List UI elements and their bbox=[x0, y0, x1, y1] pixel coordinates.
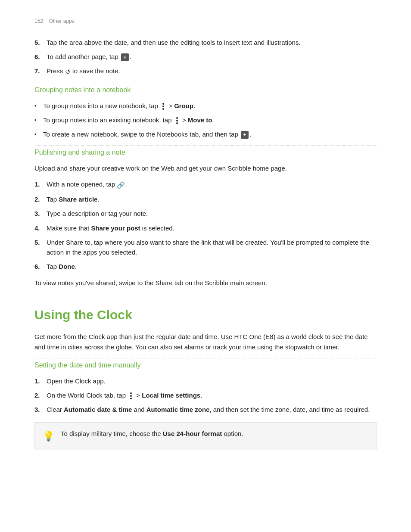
tip-text: To display military time, choose the Use… bbox=[61, 429, 243, 439]
clock-heading: Using the Clock bbox=[34, 305, 377, 325]
pub-step-6: 6. Tap Done. bbox=[34, 261, 377, 271]
datetime-section: Setting the date and time manually 1. Op… bbox=[34, 358, 377, 451]
intro-step-5: 5. Tap the area above the date, and then… bbox=[34, 37, 377, 47]
publishing-footer: To view notes you've shared, swipe to th… bbox=[34, 278, 377, 288]
pub-step-4: 4. Make sure that Share your post is sel… bbox=[34, 223, 377, 233]
grouping-bullet-3: ▪ To create a new notebook, swipe to the… bbox=[34, 129, 377, 139]
plus-icon-2: + bbox=[241, 131, 249, 139]
grouping-bullets: ▪ To group notes into a new notebook, ta… bbox=[34, 101, 377, 140]
page-container: 152 Other apps 5. Tap the area above the… bbox=[0, 0, 411, 532]
clock-section: Using the Clock Get more from the Clock … bbox=[34, 305, 377, 352]
chapter-title: Other apps bbox=[49, 18, 74, 24]
publishing-steps-list: 1. With a note opened, tap 🔗. 2. Tap Sha… bbox=[34, 179, 377, 271]
divider-datetime bbox=[34, 358, 377, 358]
share-icon: 🔗 bbox=[117, 180, 125, 190]
page-number: 152 bbox=[34, 18, 43, 24]
intro-steps-list: 5. Tap the area above the date, and then… bbox=[34, 37, 377, 77]
dt-step-2: 2. On the World Clock tab, tap > Local t… bbox=[34, 390, 377, 400]
undo-icon: ↺ bbox=[65, 67, 71, 77]
divider-grouping bbox=[34, 83, 377, 83]
datetime-heading: Setting the date and time manually bbox=[34, 360, 377, 371]
clock-intro: Get more from the Clock app than just th… bbox=[34, 332, 377, 352]
pub-step-1: 1. With a note opened, tap 🔗. bbox=[34, 179, 377, 190]
tip-bold: Use 24-hour format bbox=[163, 430, 222, 437]
divider-publishing bbox=[34, 145, 377, 146]
intro-step-7: 7. Press ↺ to save the note. bbox=[34, 66, 377, 77]
plus-icon: + bbox=[121, 53, 129, 61]
tip-box: 💡 To display military time, choose the U… bbox=[34, 422, 377, 450]
publishing-intro: Upload and share your creative work on t… bbox=[34, 163, 377, 173]
dt-step-1: 1. Open the Clock app. bbox=[34, 376, 377, 386]
menu-icon-3 bbox=[128, 392, 134, 399]
datetime-steps-list: 1. Open the Clock app. 2. On the World C… bbox=[34, 376, 377, 415]
publishing-section: Publishing and sharing a note Upload and… bbox=[34, 145, 377, 287]
pub-step-3: 3. Type a description or tag your note. bbox=[34, 208, 377, 218]
grouping-bullet-2: ▪ To group notes into an existing notebo… bbox=[34, 115, 377, 125]
intro-step-6: 6. To add another page, tap +. bbox=[34, 52, 377, 62]
pub-step-5: 5. Under Share to, tap where you also wa… bbox=[34, 237, 377, 258]
grouping-heading: Grouping notes into a notebook bbox=[34, 85, 377, 96]
grouping-bullet-1: ▪ To group notes into a new notebook, ta… bbox=[34, 101, 377, 111]
pub-step-2: 2. Tap Share article. bbox=[34, 194, 377, 204]
page-header: 152 Other apps bbox=[34, 17, 377, 25]
grouping-section: Grouping notes into a notebook ▪ To grou… bbox=[34, 83, 377, 140]
menu-icon-2 bbox=[174, 117, 180, 124]
dt-step-3: 3. Clear Automatic date & time and Autom… bbox=[34, 404, 377, 414]
lightbulb-icon: 💡 bbox=[43, 429, 55, 444]
menu-icon-1 bbox=[160, 103, 166, 110]
publishing-heading: Publishing and sharing a note bbox=[34, 147, 377, 158]
